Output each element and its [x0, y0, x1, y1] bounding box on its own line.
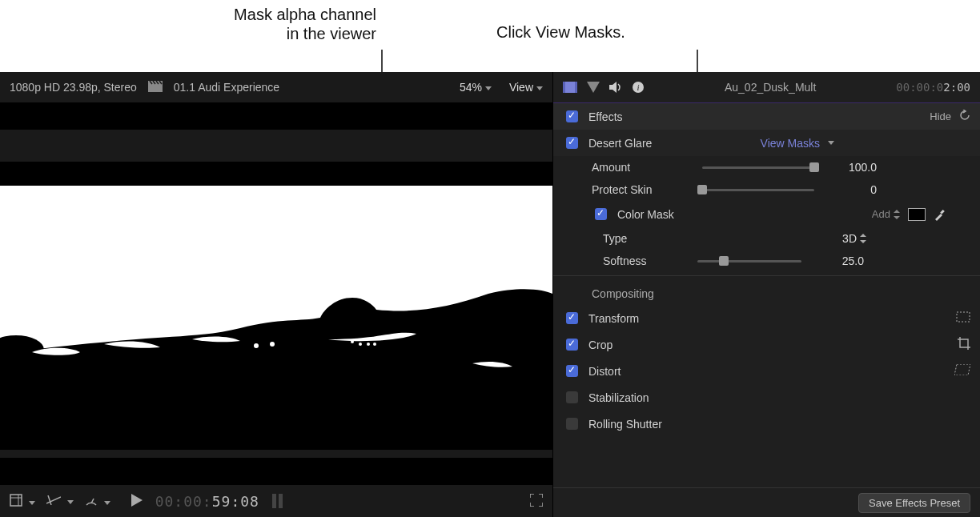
distort-row[interactable]: Distort — [553, 358, 980, 384]
reset-icon[interactable] — [959, 110, 970, 123]
timecode-dark: 00:00: — [155, 493, 212, 510]
protect-skin-slider[interactable] — [702, 189, 814, 191]
play-button[interactable] — [131, 494, 143, 509]
svg-marker-29 — [894, 210, 900, 213]
distort-toggle[interactable] — [566, 365, 578, 377]
info-tab-icon[interactable]: i — [632, 81, 645, 94]
svg-marker-33 — [860, 240, 866, 243]
svg-point-10 — [270, 342, 275, 347]
effects-section-header: Effects Hide — [553, 103, 980, 130]
distort-icon[interactable] — [954, 364, 970, 378]
amount-slider[interactable] — [702, 166, 814, 169]
viewer-footer: 00:00:59:08 — [0, 485, 552, 517]
viewer-content[interactable] — [0, 102, 552, 485]
inspector-header: i Au_02_Dusk_Mult 00:00:02:00 — [553, 72, 980, 103]
viewer-timecode[interactable]: 00:00:59:08 — [155, 493, 259, 510]
svg-rect-23 — [563, 82, 565, 93]
protect-skin-value[interactable]: 0 — [829, 183, 877, 196]
compositing-header: Compositing — [553, 279, 980, 305]
svg-text:i: i — [637, 82, 639, 92]
svg-rect-24 — [575, 82, 577, 93]
type-menu[interactable]: 3D — [842, 232, 866, 245]
crop-toggle[interactable] — [566, 339, 578, 351]
retime-tool-menu[interactable] — [46, 495, 74, 507]
timecode-dark: 00:00:0 — [896, 81, 943, 94]
rolling-shutter-toggle[interactable] — [566, 418, 578, 430]
svg-rect-34 — [957, 312, 970, 322]
softness-label: Softness — [603, 254, 683, 267]
svg-marker-35 — [954, 364, 970, 375]
protect-skin-row: Protect Skin 0 — [553, 178, 980, 201]
transform-toggle[interactable] — [566, 312, 578, 324]
crop-label: Crop — [588, 339, 612, 351]
timecode-bright: 2:00 — [943, 81, 970, 94]
timecode-bright: 59:08 — [212, 493, 259, 510]
callout-text: in the viewer — [168, 24, 376, 43]
transform-row[interactable]: Transform — [553, 305, 980, 331]
color-mask-toggle[interactable] — [595, 208, 607, 220]
inspector-clip-name: Au_02_Dusk_Mult — [725, 81, 816, 94]
callout-text: Mask alpha channel — [168, 5, 376, 24]
softness-row: Softness 25.0 — [553, 250, 980, 272]
softness-value[interactable]: 25.0 — [816, 254, 864, 267]
callout-text: Click View Masks. — [496, 22, 625, 42]
amount-label: Amount — [592, 161, 688, 174]
type-row: Type 3D — [553, 227, 980, 250]
svg-point-14 — [373, 343, 376, 346]
inspector-timecode: 00:00:02:00 — [896, 81, 970, 94]
view-menu[interactable]: View — [509, 81, 543, 94]
softness-slider[interactable] — [697, 260, 801, 263]
type-label: Type — [603, 232, 683, 245]
color-mask-add-menu[interactable]: Add — [872, 208, 900, 220]
audio-meter — [272, 494, 283, 508]
crop-icon[interactable] — [958, 337, 970, 352]
inspector-body: Effects Hide Desert Glare View Masks Amo… — [553, 103, 980, 487]
svg-point-12 — [359, 343, 362, 346]
speed-tool-menu[interactable] — [85, 494, 110, 509]
color-mask-label: Color Mask — [617, 208, 674, 221]
viewer-format-text: 1080p HD 23.98p, Stereo — [10, 81, 137, 94]
app-window: 1080p HD 23.98p, Stereo 01.1 Audi Experi… — [0, 72, 980, 517]
mask-color-swatch[interactable] — [908, 208, 926, 221]
transform-icon[interactable] — [956, 311, 970, 325]
svg-point-13 — [367, 343, 370, 346]
inspector-footer: Save Effects Preset — [553, 487, 980, 517]
viewer-header: 1080p HD 23.98p, Stereo 01.1 Audi Experi… — [0, 72, 552, 102]
color-mask-row: Color Mask Add — [553, 201, 980, 227]
color-tab-icon[interactable] — [587, 82, 600, 93]
amount-row: Amount 100.0 — [553, 156, 980, 178]
amount-value[interactable]: 100.0 — [829, 161, 877, 174]
viewer-pane: 1080p HD 23.98p, Stereo 01.1 Audi Experi… — [0, 72, 552, 517]
crop-tool-menu[interactable] — [10, 494, 35, 509]
eyedropper-icon[interactable] — [934, 208, 946, 221]
add-label: Add — [872, 208, 890, 220]
transform-label: Transform — [588, 312, 639, 325]
svg-rect-31 — [940, 209, 945, 214]
svg-marker-30 — [894, 216, 900, 219]
mask-preview-image — [0, 130, 552, 458]
svg-point-9 — [254, 343, 259, 348]
fullscreen-icon[interactable] — [530, 494, 543, 509]
protect-skin-label: Protect Skin — [592, 183, 688, 196]
inspector-pane: i Au_02_Dusk_Mult 00:00:02:00 Effects Hi… — [552, 72, 980, 517]
desert-glare-row[interactable]: Desert Glare View Masks — [553, 130, 980, 156]
rolling-shutter-row[interactable]: Rolling Shutter — [553, 411, 980, 437]
stabilization-toggle[interactable] — [566, 391, 578, 403]
desert-glare-toggle[interactable] — [566, 137, 578, 149]
clapper-icon — [148, 81, 163, 94]
save-effects-preset-button[interactable]: Save Effects Preset — [858, 493, 970, 513]
desert-glare-label: Desert Glare — [588, 137, 652, 150]
effects-toggle[interactable] — [566, 110, 578, 122]
view-masks-label: View Masks — [761, 137, 820, 150]
crop-row[interactable]: Crop — [553, 331, 980, 358]
hide-button[interactable]: Hide — [930, 110, 951, 122]
svg-rect-0 — [148, 84, 163, 92]
view-masks-menu[interactable]: View Masks — [761, 137, 834, 150]
audio-tab-icon[interactable] — [609, 82, 622, 93]
video-tab-icon[interactable] — [563, 82, 577, 93]
distort-label: Distort — [588, 365, 621, 378]
callout-right: Click View Masks. — [496, 22, 625, 42]
zoom-menu[interactable]: 54% — [460, 81, 492, 94]
stabilization-row[interactable]: Stabilization — [553, 384, 980, 411]
type-value: 3D — [842, 232, 857, 245]
